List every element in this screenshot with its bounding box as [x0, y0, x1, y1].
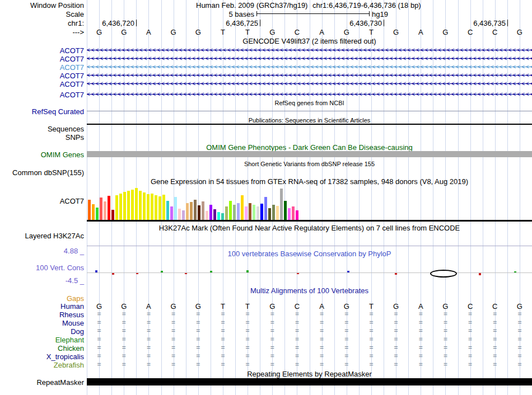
gtex-bar[interactable] — [288, 208, 291, 220]
gtex-bar[interactable] — [131, 190, 134, 220]
gtex-bar[interactable] — [268, 208, 271, 220]
species-label-elephant[interactable]: Elephant — [0, 336, 84, 344]
gtex-bar[interactable] — [151, 194, 153, 220]
gencode-track-title[interactable]: GENCODE V49lift37 (2 items filtered out) — [87, 37, 532, 45]
refseq-curated-line[interactable] — [87, 111, 532, 111]
gtex-bar[interactable] — [260, 204, 263, 220]
gene-label[interactable]: ACOT7 — [0, 80, 84, 88]
gtex-bar[interactable] — [292, 206, 295, 220]
gene-intron-arrows[interactable]: <<<<<<<<<<<<<<<<<<<<<<<<<<<<<<<<<<<<<<<<… — [87, 80, 532, 87]
gtex-bar[interactable] — [115, 195, 118, 220]
gtex-bar[interactable] — [213, 209, 216, 220]
gtex-bar[interactable] — [104, 201, 106, 220]
repeatmasker-track-title[interactable]: Repeating Elements by RepeatMasker — [87, 370, 532, 378]
gtex-bar[interactable] — [100, 198, 102, 220]
gtex-bar[interactable] — [221, 213, 224, 220]
gtex-bar[interactable] — [186, 203, 189, 220]
omim-track-title[interactable]: OMIM Gene Phenotypes - Dark Green Can Be… — [87, 143, 532, 152]
gene-label[interactable]: ACOT7 — [0, 72, 84, 80]
gtex-bar[interactable] — [162, 195, 165, 220]
alignment-match: = — [408, 318, 433, 326]
gene-intron-arrows[interactable]: <<<<<<<<<<<<<<<<<<<<<<<<<<<<<<<<<<<<<<<<… — [87, 63, 532, 70]
gtex-bar[interactable] — [92, 204, 95, 220]
sequences-label[interactable]: Sequences — [0, 125, 84, 133]
gtex-bar[interactable] — [209, 205, 212, 220]
gtex-bar[interactable] — [155, 195, 157, 220]
gtex-bar[interactable] — [182, 210, 185, 220]
gtex-bar[interactable] — [139, 191, 142, 220]
gtex-bar[interactable] — [174, 197, 177, 220]
gtex-bar[interactable] — [108, 196, 110, 220]
gtex-bar[interactable] — [202, 201, 204, 220]
gtex-bar[interactable] — [284, 201, 287, 220]
refseq-track-title[interactable]: RefSeq genes from NCBI — [87, 100, 532, 106]
species-label-chicken[interactable]: Chicken — [0, 344, 84, 352]
h3k27ac-label[interactable]: Layered H3K27Ac — [0, 232, 84, 240]
gtex-bar[interactable] — [194, 200, 197, 220]
gene-label[interactable]: ACOT7 — [0, 46, 84, 55]
dbsnp-label[interactable]: Common dbSNP(155) — [0, 168, 84, 177]
gtex-bar[interactable] — [178, 209, 181, 220]
conservation-track-title[interactable]: 100 vertebrates Basewise Conservation by… — [87, 250, 532, 258]
gtex-bar[interactable] — [158, 196, 161, 220]
omim-genes-label[interactable]: OMIM Genes — [0, 151, 84, 159]
gene-label[interactable]: ACOT7 — [0, 63, 84, 72]
conservation-label[interactable]: 100 Vert. Cons — [0, 264, 84, 272]
gtex-bar[interactable] — [166, 201, 169, 220]
snps-label[interactable]: SNPs — [0, 133, 84, 142]
gtex-track-title[interactable]: Gene Expression in 54 tissues from GTEx … — [87, 177, 532, 186]
gtex-gene-label[interactable]: ACOT7 — [0, 197, 84, 205]
refseq-curated-label[interactable]: RefSeq Curated — [0, 107, 84, 116]
sequences-track-bar[interactable] — [87, 124, 532, 125]
gaps-label[interactable]: Gaps — [0, 294, 84, 303]
gene-intron-arrows[interactable]: <<<<<<<<<<<<<<<<<<<<<<<<<<<<<<<<<<<<<<<<… — [87, 46, 532, 54]
gtex-bar[interactable] — [111, 210, 114, 220]
gtex-bar[interactable] — [280, 189, 283, 220]
gtex-bar[interactable] — [253, 205, 255, 220]
gtex-bar[interactable] — [143, 192, 146, 220]
gtex-bar[interactable] — [241, 195, 244, 220]
gtex-bar[interactable] — [217, 212, 220, 220]
gtex-bar[interactable] — [206, 211, 208, 220]
dbsnp-track-title[interactable]: Short Genetic Variants from dbSNP releas… — [87, 161, 532, 167]
gtex-bar[interactable] — [170, 206, 173, 220]
gene-label[interactable]: ACOT7 — [0, 55, 84, 63]
species-label-human[interactable]: Human — [0, 302, 84, 311]
gtex-bar[interactable] — [225, 206, 228, 220]
gtex-bar[interactable] — [88, 200, 91, 220]
species-label-mouse[interactable]: Mouse — [0, 319, 84, 327]
repeatmasker-label[interactable]: RepeatMasker — [0, 378, 84, 387]
gtex-bar[interactable] — [119, 194, 122, 220]
species-label-x_tropicalis[interactable]: X_tropicalis — [0, 352, 84, 361]
gtex-bar[interactable] — [198, 205, 200, 220]
gtex-bar[interactable] — [276, 206, 279, 220]
species-label-zebrafish[interactable]: Zebrafish — [0, 361, 84, 369]
gene-label[interactable]: ACOT7 — [0, 91, 84, 99]
gtex-bar[interactable] — [135, 188, 138, 220]
species-label-rhesus[interactable]: Rhesus — [0, 311, 84, 319]
gtex-bar[interactable] — [229, 201, 232, 220]
species-label-dog[interactable]: Dog — [0, 327, 84, 336]
h3k27ac-track-title[interactable]: H3K27Ac Mark (Often Found Near Active Re… — [87, 224, 532, 232]
gene-intron-arrows[interactable]: <<<<<<<<<<<<<<<<<<<<<<<<<<<<<<<<<<<<<<<<… — [87, 91, 532, 98]
gtex-bar[interactable] — [96, 208, 99, 220]
gtex-bar[interactable] — [296, 210, 298, 220]
repeatmasker-bar[interactable] — [87, 378, 532, 385]
gtex-bar[interactable] — [256, 206, 259, 220]
publications-track-title[interactable]: Publications: Sequences in Scientific Ar… — [87, 117, 532, 124]
gtex-bar[interactable] — [147, 194, 150, 220]
multiz-track-title[interactable]: Multiz Alignments of 100 Vertebrates — [87, 286, 532, 295]
gtex-bar[interactable] — [237, 203, 240, 220]
gtex-bar[interactable] — [190, 202, 193, 220]
gtex-bar[interactable] — [272, 205, 275, 220]
gtex-bar[interactable] — [127, 191, 130, 220]
ucsc-genome-browser: Window Position Human Feb. 2009 (GRCh37/… — [0, 0, 532, 395]
gtex-bar[interactable] — [249, 203, 251, 220]
gtex-bar[interactable] — [264, 197, 267, 220]
gtex-bar[interactable] — [245, 206, 248, 220]
gtex-bar[interactable] — [123, 192, 126, 220]
gtex-bar[interactable] — [233, 205, 236, 220]
gene-intron-arrows[interactable]: <<<<<<<<<<<<<<<<<<<<<<<<<<<<<<<<<<<<<<<<… — [87, 55, 532, 62]
omim-genes-bar[interactable] — [87, 151, 532, 157]
gene-intron-arrows[interactable]: <<<<<<<<<<<<<<<<<<<<<<<<<<<<<<<<<<<<<<<<… — [87, 72, 532, 79]
